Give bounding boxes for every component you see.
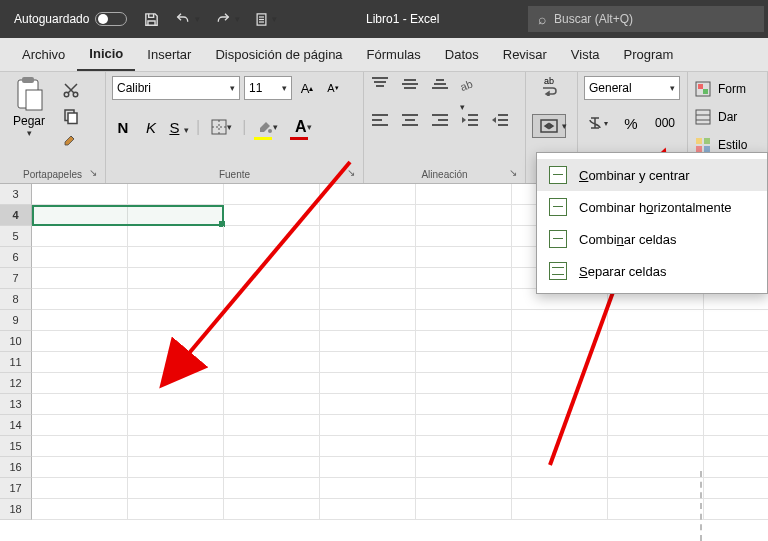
cell[interactable]	[128, 373, 224, 394]
align-bottom-icon[interactable]	[430, 76, 454, 96]
cell[interactable]	[608, 352, 704, 373]
cell[interactable]	[128, 352, 224, 373]
row-header[interactable]: 10	[0, 331, 32, 352]
cell[interactable]	[704, 331, 768, 352]
row-header[interactable]: 8	[0, 289, 32, 310]
cell[interactable]	[608, 457, 704, 478]
cell[interactable]	[704, 310, 768, 331]
cell[interactable]	[32, 478, 128, 499]
decrease-indent-icon[interactable]	[460, 112, 484, 132]
row-header[interactable]: 18	[0, 499, 32, 520]
undo-button[interactable]: ▾	[174, 11, 200, 27]
menu-separar-celdas[interactable]: Separar celdas	[537, 255, 767, 287]
cell[interactable]	[320, 373, 416, 394]
cell[interactable]	[512, 436, 608, 457]
align-right-icon[interactable]	[430, 112, 454, 132]
increase-indent-icon[interactable]	[490, 112, 514, 132]
cell[interactable]	[512, 310, 608, 331]
cell[interactable]	[320, 478, 416, 499]
cell[interactable]	[416, 205, 512, 226]
row-header[interactable]: 7	[0, 268, 32, 289]
font-color-button[interactable]: A▾	[288, 116, 318, 138]
tab-inicio[interactable]: Inicio	[77, 38, 135, 71]
cell[interactable]	[704, 373, 768, 394]
row-header[interactable]: 9	[0, 310, 32, 331]
cell[interactable]	[224, 457, 320, 478]
thousands-button[interactable]: 000	[652, 112, 678, 134]
cell[interactable]	[320, 436, 416, 457]
orientation-button[interactable]: ab▾	[460, 76, 484, 96]
cell[interactable]	[128, 268, 224, 289]
cell[interactable]	[224, 478, 320, 499]
cell[interactable]	[704, 436, 768, 457]
cell[interactable]	[128, 478, 224, 499]
cell[interactable]	[704, 457, 768, 478]
tab-programador[interactable]: Program	[612, 38, 686, 71]
cell[interactable]	[512, 499, 608, 520]
cell[interactable]	[704, 394, 768, 415]
font-size-select[interactable]: 11▾	[244, 76, 292, 100]
cell[interactable]	[32, 226, 128, 247]
cell[interactable]	[224, 415, 320, 436]
align-left-icon[interactable]	[370, 112, 394, 132]
cell[interactable]	[224, 352, 320, 373]
cell[interactable]	[416, 415, 512, 436]
cell[interactable]	[608, 331, 704, 352]
cell[interactable]	[128, 499, 224, 520]
cell[interactable]	[32, 415, 128, 436]
row-header[interactable]: 12	[0, 373, 32, 394]
cell[interactable]	[224, 394, 320, 415]
cell[interactable]	[416, 436, 512, 457]
cell[interactable]	[608, 478, 704, 499]
percent-button[interactable]: %	[618, 112, 644, 134]
cell[interactable]	[512, 478, 608, 499]
cell[interactable]	[416, 373, 512, 394]
cell[interactable]	[224, 310, 320, 331]
cell[interactable]	[320, 310, 416, 331]
cell[interactable]	[320, 226, 416, 247]
cell[interactable]	[704, 478, 768, 499]
redo-button[interactable]: ▾	[214, 11, 240, 27]
menu-combinar-centrar[interactable]: Combinar y centrar	[537, 159, 767, 191]
save-icon[interactable]	[143, 11, 160, 28]
alineacion-launcher[interactable]: ↘	[509, 167, 521, 179]
cell[interactable]	[512, 394, 608, 415]
format-painter-icon[interactable]	[61, 132, 81, 152]
merge-center-button[interactable]: ▾	[532, 114, 566, 138]
tab-vista[interactable]: Vista	[559, 38, 612, 71]
font-name-select[interactable]: Calibri▾	[112, 76, 240, 100]
row-header[interactable]: 13	[0, 394, 32, 415]
cell[interactable]	[224, 499, 320, 520]
portapapeles-launcher[interactable]: ↘	[89, 167, 101, 179]
fuente-launcher[interactable]: ↘	[347, 167, 359, 179]
cell[interactable]	[512, 352, 608, 373]
cell[interactable]	[32, 268, 128, 289]
tab-disposicion[interactable]: Disposición de página	[203, 38, 354, 71]
paste-icon[interactable]	[12, 76, 46, 112]
cell[interactable]	[224, 289, 320, 310]
cell[interactable]	[128, 226, 224, 247]
cell[interactable]	[608, 394, 704, 415]
cell[interactable]	[416, 289, 512, 310]
cell[interactable]	[320, 352, 416, 373]
cell[interactable]	[416, 331, 512, 352]
tab-insertar[interactable]: Insertar	[135, 38, 203, 71]
cell[interactable]	[128, 415, 224, 436]
cell[interactable]	[320, 331, 416, 352]
cell[interactable]	[608, 415, 704, 436]
cell[interactable]	[416, 268, 512, 289]
search-box[interactable]: ⌕ Buscar (Alt+Q)	[528, 6, 764, 32]
cell[interactable]	[32, 352, 128, 373]
cell[interactable]	[512, 331, 608, 352]
paste-label[interactable]: Pegar	[13, 114, 45, 128]
selected-cell[interactable]	[32, 205, 224, 226]
cell[interactable]	[320, 268, 416, 289]
cell[interactable]	[128, 457, 224, 478]
row-header[interactable]: 3	[0, 184, 32, 205]
tab-datos[interactable]: Datos	[433, 38, 491, 71]
cell[interactable]	[608, 499, 704, 520]
cell[interactable]	[224, 184, 320, 205]
cell[interactable]	[416, 310, 512, 331]
tab-revisar[interactable]: Revisar	[491, 38, 559, 71]
cell[interactable]	[416, 247, 512, 268]
